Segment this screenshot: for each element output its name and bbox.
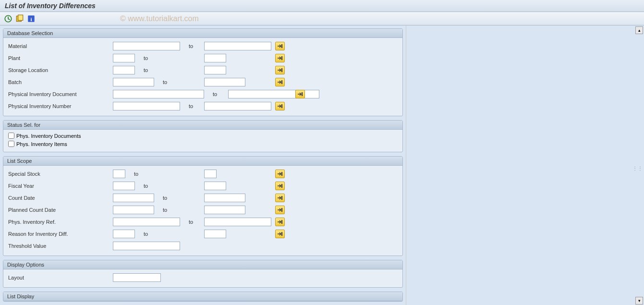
fiscal-year-high-input[interactable] [204, 182, 226, 190]
count-date-high-input[interactable] [204, 194, 245, 202]
to-label: to [135, 183, 204, 189]
group-header: List Display [3, 292, 402, 301]
planned-date-multi-button[interactable] [275, 206, 285, 214]
to-label: to [135, 231, 204, 237]
special-stock-multi-button[interactable] [275, 170, 285, 178]
row-phys-inv-items: Phys. Inventory Items [7, 141, 399, 147]
svg-rect-15 [281, 220, 282, 224]
variant-icon[interactable] [15, 14, 24, 23]
label-count-date: Count Date [7, 195, 113, 201]
group-display-options: Display Options Layout [3, 260, 403, 288]
label-reason: Reason for Inventory Diff. [7, 231, 113, 237]
plant-high-input[interactable] [204, 54, 226, 62]
label-special-stock: Special Stock [7, 171, 113, 177]
label-material: Material [7, 43, 113, 49]
to-label: to [180, 103, 204, 109]
svg-rect-16 [281, 232, 282, 236]
svg-rect-9 [302, 92, 303, 96]
storage-multi-button[interactable] [275, 66, 285, 74]
group-list-scope: List Scope Special Stock to Fiscal Year … [3, 156, 403, 256]
to-label: to [154, 207, 204, 213]
planned-date-low-input[interactable] [113, 206, 154, 214]
row-batch: Batch to [7, 77, 399, 87]
label-storage-location: Storage Location [7, 67, 113, 73]
scroll-up-icon[interactable]: ▴ [635, 26, 643, 34]
execute-icon[interactable] [4, 14, 12, 23]
label-pi-number: Physical Inventory Number [7, 103, 113, 109]
row-planned-date: Planned Count Date to [7, 205, 399, 215]
svg-text:i: i [30, 16, 32, 22]
reason-high-input[interactable] [204, 230, 226, 238]
plant-multi-button[interactable] [275, 54, 285, 62]
group-database-selection: Database Selection Material to Plant to [3, 28, 403, 116]
batch-low-input[interactable] [113, 78, 154, 86]
row-reason: Reason for Inventory Diff. to [7, 229, 399, 239]
special-stock-high-input[interactable] [204, 170, 217, 178]
main-area: Database Selection Material to Plant to [0, 25, 644, 305]
phys-inv-docs-checkbox[interactable] [8, 133, 14, 139]
special-stock-low-input[interactable] [113, 170, 125, 178]
label-pi-ref: Phys. Inventory Ref. [7, 219, 113, 225]
fiscal-year-low-input[interactable] [113, 182, 135, 190]
row-fiscal-year: Fiscal Year to [7, 181, 399, 191]
threshold-input[interactable] [113, 242, 180, 250]
svg-rect-5 [281, 44, 282, 48]
reason-multi-button[interactable] [275, 230, 285, 238]
count-date-low-input[interactable] [113, 194, 154, 202]
group-list-display: List Display [3, 292, 403, 302]
planned-date-high-input[interactable] [204, 206, 245, 214]
svg-rect-8 [281, 80, 282, 84]
pi-num-high-input[interactable] [204, 102, 271, 110]
to-label: to [125, 171, 204, 177]
label-pi-document: Physical Inventory Document [7, 91, 113, 97]
pi-doc-low-input[interactable] [113, 90, 204, 98]
scroll-down-icon[interactable]: ▾ [635, 297, 643, 305]
label-phys-inv-items: Phys. Inventory Items [16, 141, 67, 147]
material-multi-button[interactable] [275, 42, 285, 50]
row-pi-document: Physical Inventory Document to [7, 89, 399, 99]
row-storage-location: Storage Location to [7, 65, 399, 75]
to-label: to [135, 55, 204, 61]
pi-num-low-input[interactable] [113, 102, 180, 110]
group-header: Database Selection [3, 29, 402, 38]
fiscal-year-multi-button[interactable] [275, 182, 285, 190]
pi-num-multi-button[interactable] [275, 102, 285, 110]
group-header: Status Sel. for [3, 121, 402, 130]
pi-ref-multi-button[interactable] [275, 218, 285, 226]
pane-grip-icon[interactable]: ⋮⋮ [632, 166, 643, 171]
storage-high-input[interactable] [204, 66, 226, 74]
row-layout: Layout [7, 272, 399, 283]
svg-rect-7 [281, 68, 282, 72]
pi-ref-low-input[interactable] [113, 218, 180, 226]
label-planned-date: Planned Count Date [7, 207, 113, 213]
pi-doc-high-input[interactable] [228, 90, 319, 98]
row-pi-number: Physical Inventory Number to [7, 101, 399, 111]
label-plant: Plant [7, 55, 113, 61]
layout-input[interactable] [113, 273, 161, 282]
batch-high-input[interactable] [204, 78, 245, 86]
phys-inv-items-checkbox[interactable] [8, 141, 14, 147]
pi-doc-multi-button[interactable] [295, 90, 305, 98]
row-phys-inv-docs: Phys. Inventory Documents [7, 133, 399, 139]
info-icon[interactable]: i [27, 14, 36, 23]
batch-multi-button[interactable] [275, 78, 285, 86]
material-low-input[interactable] [113, 42, 180, 50]
page-title: List of Inventory Differences [5, 2, 96, 10]
label-fiscal-year: Fiscal Year [7, 183, 113, 189]
to-label: to [154, 195, 204, 201]
reason-low-input[interactable] [113, 230, 135, 238]
svg-rect-13 [281, 196, 282, 200]
row-pi-ref: Phys. Inventory Ref. to [7, 217, 399, 227]
row-material: Material to [7, 41, 399, 51]
svg-rect-14 [281, 208, 282, 212]
watermark: © www.tutorialkart.com [120, 14, 199, 23]
count-date-multi-button[interactable] [275, 194, 285, 202]
plant-low-input[interactable] [113, 54, 135, 62]
svg-rect-6 [281, 56, 282, 60]
to-label: to [135, 67, 204, 73]
storage-low-input[interactable] [113, 66, 135, 74]
material-high-input[interactable] [204, 42, 271, 50]
right-pane: ▴ ⋮⋮ ▾ [406, 25, 644, 305]
pi-ref-high-input[interactable] [204, 218, 271, 226]
group-header: Display Options [3, 260, 402, 269]
